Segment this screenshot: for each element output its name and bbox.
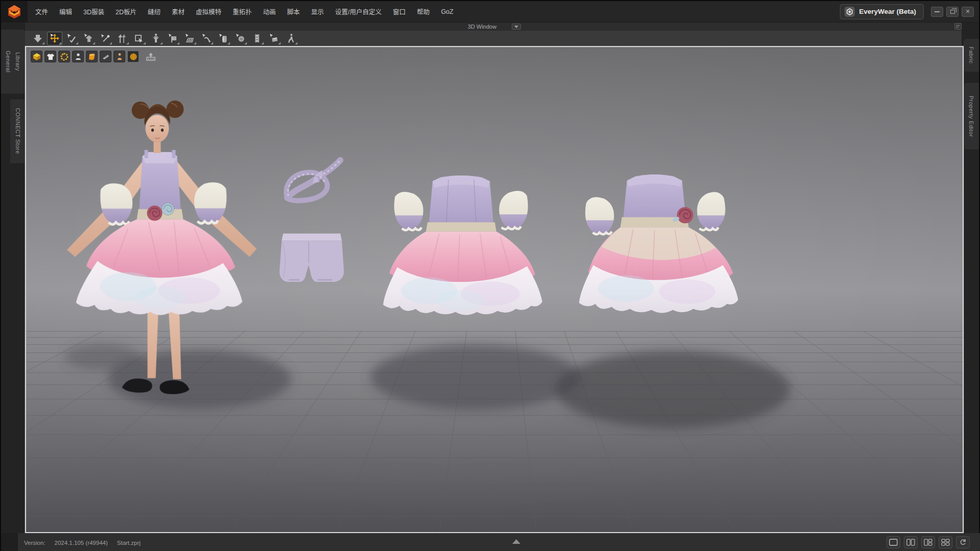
file-name: Start.zprj — [117, 540, 141, 546]
single-pane-icon — [889, 539, 898, 546]
menu-goz[interactable]: GoZ — [436, 1, 459, 22]
four-pane-icon — [941, 539, 950, 546]
show-garment-button[interactable] — [44, 51, 56, 62]
show-fabric-button[interactable] — [86, 51, 98, 62]
viewport-title: 3D Window — [468, 24, 496, 30]
layout-single-button[interactable] — [886, 536, 900, 548]
garment-box-icon — [33, 53, 41, 61]
show-environment-button[interactable] — [127, 51, 139, 62]
pin-tool[interactable] — [98, 32, 113, 46]
right-tab-strip: Fabric Property Editor — [962, 23, 979, 533]
show-arrangement-button[interactable] — [100, 51, 111, 62]
flat-piece-icon — [102, 53, 110, 61]
menu-window[interactable]: 窗口 — [388, 1, 412, 22]
marvelous-designer-logo-icon — [7, 4, 22, 19]
one-two-pane-icon — [924, 539, 932, 546]
layout-one-two-button[interactable] — [921, 536, 935, 548]
statusbar: Version: 2024.1.105 (r49944) Start.zprj — [1, 533, 980, 551]
select-move-tool[interactable] — [64, 32, 79, 46]
show-avatar-skin-button[interactable] — [113, 51, 125, 62]
show-3d-garment-button[interactable] — [31, 51, 42, 62]
3d-scene-canvas — [26, 47, 963, 532]
fabric-board-tool[interactable] — [266, 32, 282, 46]
close-icon: ✕ — [965, 8, 970, 15]
walk-animation-tool[interactable] — [283, 32, 299, 46]
menu-2d-pattern[interactable]: 2D板片 — [110, 1, 142, 22]
button-tool[interactable] — [233, 32, 248, 46]
timeline-expand-handle[interactable] — [512, 539, 520, 544]
dotted-circle-icon — [60, 53, 69, 61]
version-value: 2024.1.105 (r49944) — [55, 540, 108, 546]
tab-general[interactable]: General — [5, 51, 11, 73]
layout-four-pane-button[interactable] — [939, 536, 952, 548]
fabric-book-icon — [88, 53, 96, 61]
menu-sewing[interactable]: 缝纫 — [142, 1, 166, 22]
fold-arrangement-tool[interactable] — [115, 32, 130, 46]
window-controls: ✕ — [931, 7, 974, 17]
shirt-icon — [47, 53, 55, 61]
zipper-tool[interactable] — [249, 32, 265, 46]
arrange-down-tool[interactable] — [30, 32, 45, 46]
everywear-icon — [845, 7, 855, 17]
layout-reset-button[interactable] — [956, 536, 970, 548]
move-gizmo-tool[interactable] — [47, 32, 62, 46]
select-garment-tool[interactable] — [81, 32, 96, 46]
globe-icon — [129, 53, 138, 61]
grid-arrange-tool[interactable] — [182, 32, 197, 46]
everywear-label: EveryWear (Beta) — [859, 8, 916, 15]
menu-avatar[interactable]: 虚拟模特 — [190, 1, 227, 22]
viewport-mode-dropdown[interactable] — [512, 24, 521, 30]
rotate-board-tool[interactable] — [131, 32, 147, 46]
menubar: 文件 编辑 3D服装 2D板片 缝纫 素材 虚拟模特 重拓扑 动画 脚本 显示 … — [1, 1, 979, 23]
main-toolbar — [25, 31, 964, 46]
left-tab-group: General Library — [1, 30, 25, 94]
avatar-tape-tool[interactable] — [148, 32, 164, 46]
two-pane-icon — [906, 539, 915, 546]
close-button[interactable]: ✕ — [962, 7, 974, 17]
menu-retopology[interactable]: 重拓扑 — [227, 1, 258, 22]
minimize-button[interactable] — [931, 7, 943, 17]
app-logo[interactable] — [1, 1, 28, 23]
menu-items: 文件 编辑 3D服装 2D板片 缝纫 素材 虚拟模特 重拓扑 动画 脚本 显示 … — [30, 1, 459, 22]
menu-file[interactable]: 文件 — [30, 1, 54, 22]
menu-material[interactable]: 素材 — [166, 1, 190, 22]
menu-help[interactable]: 帮助 — [412, 1, 436, 22]
chevron-down-icon — [514, 26, 518, 28]
menu-edit[interactable]: 编辑 — [54, 1, 78, 22]
roll-fabric-tool[interactable] — [216, 32, 231, 46]
minimize-icon — [935, 11, 940, 12]
layout-buttons — [886, 536, 970, 548]
person-icon — [74, 53, 82, 61]
menu-display[interactable]: 显示 — [306, 1, 330, 22]
reset-layout-icon — [959, 539, 967, 546]
bust-icon — [116, 53, 124, 61]
statusbar-corner — [1, 533, 18, 551]
show-pins-button[interactable] — [58, 51, 70, 62]
flag-arrange-tool[interactable] — [165, 32, 180, 46]
everywear-button[interactable]: EveryWear (Beta) — [840, 4, 924, 19]
render-floor-button[interactable] — [144, 51, 157, 62]
tab-fabric[interactable]: Fabric — [964, 39, 979, 72]
layout-two-pane-button[interactable] — [904, 536, 918, 548]
menu-3d-garment[interactable]: 3D服装 — [78, 1, 110, 22]
tab-property-editor[interactable]: Property Editor — [964, 83, 979, 149]
floor-arrow-icon — [146, 52, 156, 61]
pane-expand-button[interactable]: ◸ — [954, 23, 962, 30]
app-window: 文件 编辑 3D服装 2D板片 缝纫 素材 虚拟模特 重拓扑 动画 脚本 显示 … — [0, 0, 980, 551]
sewing-steam-tool[interactable] — [199, 32, 214, 46]
version-label: Version: — [24, 540, 45, 546]
shorts-piece[interactable] — [280, 233, 344, 282]
menu-script[interactable]: 脚本 — [282, 1, 306, 22]
restore-icon — [950, 10, 955, 14]
tab-library[interactable]: Library — [15, 52, 21, 71]
menu-settings[interactable]: 设置/用户自定义 — [330, 1, 388, 22]
show-avatar-button[interactable] — [72, 51, 84, 62]
restore-button[interactable] — [946, 7, 959, 17]
left-tab-strip: General Library CONNECT Store — [1, 23, 25, 533]
viewport-header: 3D Window ◸ — [25, 23, 964, 31]
viewport-mini-toolbar — [31, 51, 157, 62]
3d-viewport[interactable] — [25, 46, 964, 533]
menu-animation[interactable]: 动画 — [258, 1, 282, 22]
tab-connect-store[interactable]: CONNECT Store — [10, 99, 25, 163]
